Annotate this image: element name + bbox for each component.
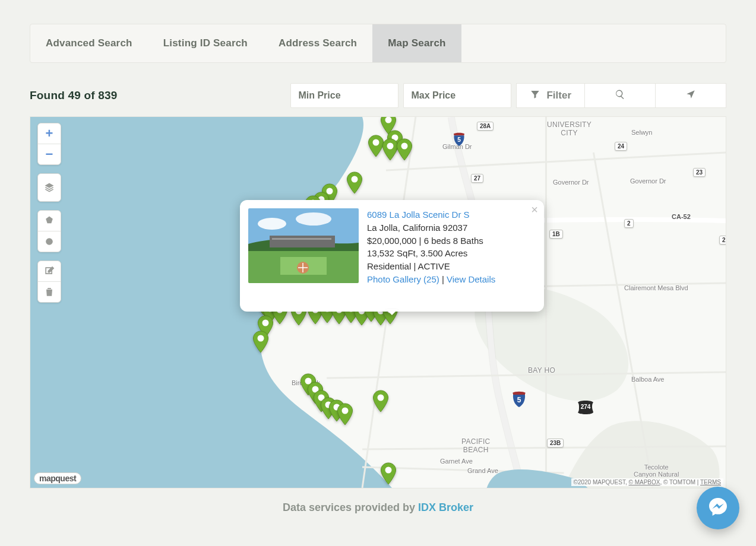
map-pin[interactable] — [396, 138, 413, 161]
map-toolbar: Found 49 of 839 Filter — [30, 83, 726, 108]
popup-close-button[interactable]: × — [531, 204, 538, 215]
locate-me-button[interactable] — [656, 83, 726, 108]
tab-listing-id-search[interactable]: Listing ID Search — [148, 24, 263, 62]
tab-address-search[interactable]: Address Search — [263, 24, 372, 62]
exit-badge: 23B — [547, 439, 564, 447]
exit-badge: 1B — [549, 230, 563, 239]
funnel-icon — [530, 89, 540, 103]
map-pin[interactable] — [346, 172, 363, 194]
svg-point-10 — [352, 176, 358, 183]
mapbox-link[interactable]: © MAPBOX — [628, 479, 660, 485]
search-tabs: Advanced Search Listing ID Search Addres… — [30, 24, 726, 63]
map[interactable]: + − — [30, 116, 726, 488]
popup-location: La Jolla, California 92037 — [367, 223, 467, 233]
svg-point-5 — [385, 117, 392, 123]
search-button[interactable] — [585, 83, 656, 108]
svg-point-38 — [378, 395, 384, 401]
popup-thumbnail[interactable] — [248, 208, 359, 283]
svg-point-1 — [46, 238, 53, 245]
popup-title-link[interactable]: 6089 La Jolla Scenic Dr S — [367, 209, 470, 220]
draw-circle-button[interactable] — [38, 231, 61, 252]
close-icon: × — [531, 203, 538, 216]
edit-shape-button[interactable] — [38, 261, 61, 281]
messenger-button[interactable] — [697, 487, 739, 529]
filter-button[interactable]: Filter — [516, 83, 585, 108]
svg-point-8 — [387, 143, 394, 150]
svg-point-51 — [296, 212, 331, 226]
popup-view-details-link[interactable]: View Details — [447, 274, 495, 284]
popup-sqft: 13,532 SqFt, 3.500 Acres — [367, 248, 467, 258]
max-price-input[interactable] — [403, 83, 511, 108]
search-icon — [615, 89, 625, 103]
exit-badge: 24 — [615, 142, 627, 151]
svg-point-22 — [262, 320, 269, 326]
map-pin[interactable] — [337, 403, 353, 426]
popup-details: 6089 La Jolla Scenic Dr S La Jolla, Cali… — [367, 208, 495, 303]
svg-point-44 — [342, 408, 349, 414]
delete-shape-button[interactable] — [38, 281, 61, 302]
svg-point-50 — [258, 218, 286, 230]
terms-link[interactable]: TERMS — [700, 479, 721, 485]
exit-badge: 28A — [477, 122, 494, 131]
action-buttons: Filter — [516, 83, 726, 108]
attribution: ©2020 MAPQUEST, © MAPBOX, © TOMTOM | TER… — [571, 478, 723, 486]
exit-badge: 2 — [624, 219, 634, 228]
location-arrow-icon — [685, 89, 696, 103]
exit-badge: 2 — [719, 236, 726, 245]
svg-point-7 — [373, 139, 379, 146]
popup-type-status: Residential | ACTIVE — [367, 261, 450, 271]
tab-map-search[interactable]: Map Search — [372, 24, 461, 62]
filter-label: Filter — [546, 90, 571, 101]
zoom-in-button[interactable]: + — [38, 123, 61, 144]
min-price-input[interactable] — [290, 83, 398, 108]
svg-rect-54 — [272, 238, 331, 240]
exit-badge: 23 — [693, 168, 706, 177]
popup-photo-gallery-link[interactable]: Photo Gallery (25) — [367, 274, 439, 284]
footer: Data services provided by IDX Broker — [30, 501, 726, 514]
zoom-out-button[interactable]: − — [38, 144, 61, 164]
messenger-icon — [706, 495, 730, 521]
map-pin[interactable] — [252, 331, 269, 353]
map-pin[interactable] — [372, 390, 389, 412]
map-controls: + − — [37, 123, 61, 303]
mapquest-logo: mapquest — [34, 472, 81, 484]
popup-price-beds: $20,000,000 | 6 beds 8 Baths — [367, 236, 483, 246]
tab-advanced-search[interactable]: Advanced Search — [30, 24, 148, 62]
layers-button[interactable] — [38, 174, 61, 201]
svg-rect-53 — [270, 236, 335, 247]
svg-point-9 — [401, 143, 408, 150]
svg-point-45 — [385, 467, 392, 474]
exit-badge: 27 — [471, 174, 483, 183]
svg-point-23 — [258, 335, 264, 342]
idx-broker-link[interactable]: IDX Broker — [418, 501, 473, 513]
results-count: Found 49 of 839 — [30, 89, 290, 102]
listing-popup: 6089 La Jolla Scenic Dr S La Jolla, Cali… — [240, 200, 544, 312]
draw-polygon-button[interactable] — [38, 211, 61, 231]
map-pin[interactable] — [380, 462, 397, 485]
